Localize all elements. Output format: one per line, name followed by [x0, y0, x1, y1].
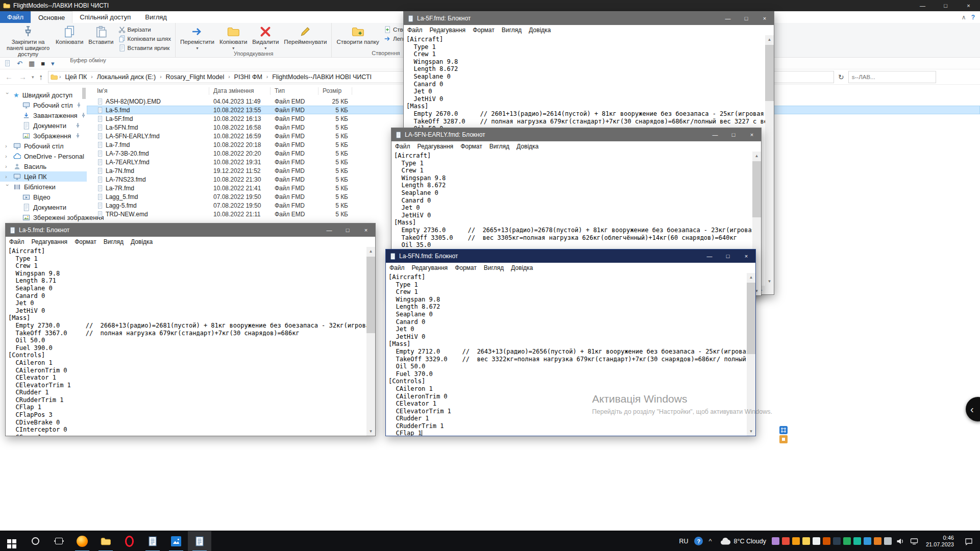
qat-square-icon[interactable]: ■	[41, 60, 45, 67]
menu-view[interactable]: Вигляд	[100, 237, 127, 246]
menu-view[interactable]: Вигляд	[486, 142, 513, 151]
recent-locations-chevron-icon[interactable]: ▾	[32, 74, 34, 80]
menu-help[interactable]: Довідка	[127, 237, 156, 246]
menu-help[interactable]: Довідка	[513, 142, 542, 151]
pin-icon[interactable]	[81, 113, 86, 118]
menu-format[interactable]: Формат	[457, 142, 486, 151]
minimize-button[interactable]: —	[706, 128, 724, 141]
tray-icon-9[interactable]	[853, 537, 861, 545]
column-header-date[interactable]: Дата змінення	[209, 87, 271, 95]
tray-icon-1[interactable]	[772, 537, 779, 545]
minimize-button[interactable]: —	[320, 223, 338, 237]
breadcrumb-drive-e[interactable]: Локальний диск (E:)	[94, 73, 159, 81]
tab-file[interactable]: Файл	[0, 11, 31, 23]
tray-icon-5[interactable]	[813, 537, 820, 545]
taskbar-photos-button[interactable]	[164, 531, 188, 551]
scroll-up-icon[interactable]: ▲	[366, 247, 375, 256]
menu-view[interactable]: Вигляд	[480, 263, 507, 272]
move-to-button[interactable]: Перемістити▾	[178, 24, 217, 51]
up-button[interactable]: ↑	[38, 72, 44, 81]
sidebar-scrollbar[interactable]	[82, 88, 86, 99]
breadcrumb-rosary-flight-model[interactable]: Rosary_Flight Model	[163, 73, 227, 81]
chevron-collapsed-icon[interactable]: ›	[5, 163, 10, 169]
menu-file[interactable]: Файл	[386, 263, 408, 272]
column-header-type[interactable]: Тип	[271, 87, 318, 95]
floating-widget-icon[interactable]	[779, 435, 788, 443]
sidebar-item-libraries[interactable]: › Бібліотеки	[0, 182, 87, 192]
sidebar-item-downloads-pinned[interactable]: Завантаження	[0, 110, 87, 120]
close-button[interactable]: ×	[737, 249, 755, 263]
qat-document-icon[interactable]	[4, 60, 11, 67]
notepad-titlebar[interactable]: La-5.fmd: Блокнот — □ ×	[6, 223, 375, 237]
delete-button[interactable]: Видалити▾	[250, 24, 281, 51]
close-button[interactable]: ×	[357, 223, 375, 237]
qat-undo-icon[interactable]: ↶	[17, 60, 22, 67]
maximize-button[interactable]: □	[719, 249, 737, 263]
tray-icon-12[interactable]	[884, 537, 892, 545]
menu-file[interactable]: Файл	[391, 142, 414, 151]
column-header-size[interactable]: Розмір	[318, 87, 352, 95]
menu-view[interactable]: Вигляд	[498, 26, 525, 35]
paste-button[interactable]: Вставити	[86, 24, 116, 45]
chevron-collapsed-icon[interactable]: ›	[5, 173, 10, 180]
sidebar-item-desktop-pinned[interactable]: Робочий стіл	[0, 100, 87, 110]
qat-customize-chevron-icon[interactable]: ▾	[51, 60, 55, 67]
scrollbar-thumb[interactable]	[765, 45, 774, 101]
menu-format[interactable]: Формат	[451, 263, 480, 272]
hidden-icons-chevron[interactable]: ^	[706, 537, 714, 545]
taskbar-explorer-button[interactable]	[94, 531, 117, 551]
sidebar-item-user[interactable]: › Василь	[0, 161, 87, 171]
taskbar-firefox-button[interactable]	[70, 531, 94, 551]
tray-icon-2[interactable]	[782, 537, 790, 545]
sidebar-item-this-pc[interactable]: › Цей ПК	[0, 171, 87, 182]
sidebar-item-pictures-pinned[interactable]: Зображення	[0, 131, 87, 141]
sidebar-item-documents-pinned[interactable]: Документи	[0, 120, 87, 131]
taskbar-notepad-button[interactable]	[141, 531, 164, 551]
tab-view[interactable]: Вигляд	[138, 11, 174, 23]
rename-button[interactable]: Перейменувати	[281, 24, 329, 45]
tray-icon-7[interactable]	[833, 537, 841, 545]
chevron-collapsed-icon[interactable]: ›	[5, 143, 10, 149]
tab-home[interactable]: Основне	[31, 11, 72, 23]
scrollbar-thumb[interactable]	[752, 161, 761, 217]
pin-to-quick-access-button[interactable]: Закріпити на панелі швидкого доступу	[3, 24, 53, 57]
menu-edit[interactable]: Редагування	[28, 237, 71, 246]
minimize-button[interactable]: —	[911, 0, 934, 11]
menu-edit[interactable]: Редагування	[408, 263, 452, 272]
chevron-expand-icon[interactable]: ›	[5, 184, 11, 189]
help-icon[interactable]: ?	[971, 14, 975, 21]
help-icon[interactable]: ?	[694, 537, 703, 545]
network-icon[interactable]	[909, 537, 919, 545]
menu-edit[interactable]: Редагування	[426, 26, 470, 35]
breadcrumb-rizni-fm[interactable]: РІЗНІ ФМ	[232, 73, 265, 81]
clock[interactable]: 0:46 21.07.2023	[923, 535, 957, 548]
pin-icon[interactable]	[76, 103, 82, 108]
floating-grid-icon[interactable]	[779, 426, 788, 434]
maximize-button[interactable]: □	[724, 128, 743, 141]
search-input[interactable]: s--ЛАВ...	[848, 71, 936, 83]
scroll-down-icon[interactable]: ▼	[366, 427, 375, 436]
sidebar-item-onedrive[interactable]: › OneDrive - Personal	[0, 151, 87, 161]
explorer-titlebar[interactable]: FlightModels--ЛАВКИ НОВІ ЧИСТІ — □ ×	[0, 0, 980, 11]
cut-button[interactable]: Вирізати	[116, 25, 173, 34]
new-folder-button[interactable]: Створити папку	[334, 24, 381, 45]
menu-format[interactable]: Формат	[71, 237, 100, 246]
tab-share[interactable]: Спільний доступ	[72, 11, 138, 23]
weather-widget[interactable]: 8°C Cloudy	[718, 537, 768, 546]
notepad-titlebar[interactable]: LA-5FN-EARLY.fmd: Блокнот — □ ×	[391, 128, 761, 141]
search-button[interactable]	[23, 531, 47, 551]
refresh-icon[interactable]: ↻	[838, 73, 844, 81]
tray-icon-3[interactable]	[792, 537, 800, 545]
notepad-text-area[interactable]: [Aircraft] Type 1 Crew 1 Wingspan 9.8 Le…	[386, 273, 747, 436]
tray-icon-4[interactable]	[802, 537, 810, 545]
close-button[interactable]: ×	[755, 12, 774, 25]
vertical-scrollbar[interactable]: ▲ ▼	[747, 273, 755, 436]
tray-icon-11[interactable]	[874, 537, 881, 545]
language-indicator[interactable]: RU	[676, 538, 691, 545]
qat-grid-icon[interactable]: ▦	[29, 60, 35, 67]
scroll-down-icon[interactable]: ▼	[747, 427, 755, 436]
scroll-up-icon[interactable]: ▲	[747, 273, 755, 282]
speaker-icon[interactable]	[895, 537, 905, 545]
column-header-name[interactable]: Ім'я	[91, 87, 209, 95]
menu-file[interactable]: Файл	[6, 237, 28, 246]
